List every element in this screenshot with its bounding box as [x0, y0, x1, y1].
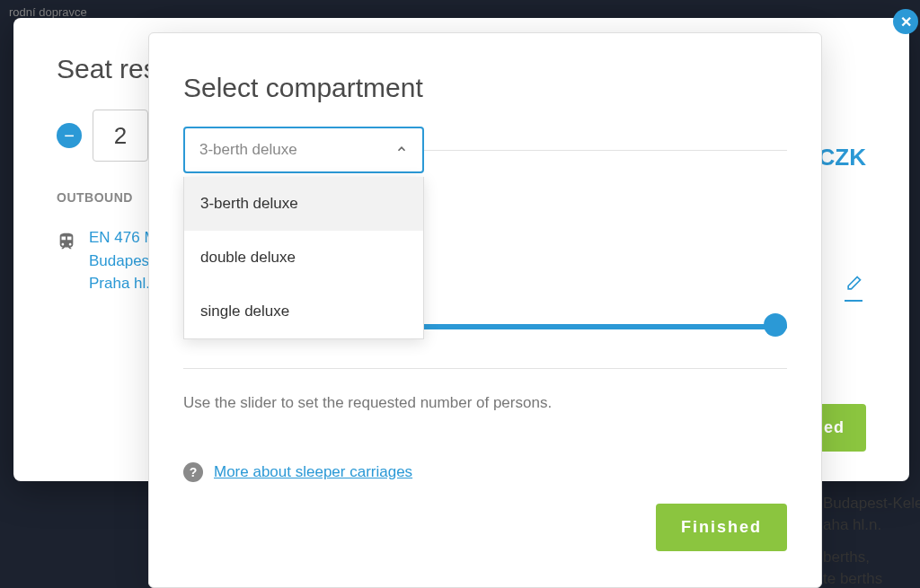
slider-hint-text: Use the slider to set the requested numb… — [183, 394, 787, 412]
compartment-select-display[interactable]: 3-berth deluxe — [183, 127, 424, 173]
train-icon — [57, 230, 76, 259]
compartment-dropdown-list: 3-berth deluxe double deluxe single delu… — [183, 177, 424, 339]
bg-text-fragment-2: aha hl.n. — [823, 513, 920, 537]
compartment-select-value: 3-berth deluxe — [199, 141, 297, 159]
divider — [183, 368, 787, 369]
help-row: ? More about sleeper carriages — [183, 462, 787, 482]
edit-leg-button[interactable] — [845, 275, 862, 302]
sleeper-carriages-link[interactable]: More about sleeper carriages — [214, 463, 412, 481]
slider-thumb[interactable] — [764, 313, 787, 337]
dropdown-option-3berth[interactable]: 3-berth deluxe — [184, 177, 423, 231]
close-modal-button[interactable]: ✕ — [893, 9, 918, 34]
chevron-up-icon — [395, 143, 408, 158]
passenger-count-input[interactable] — [93, 110, 148, 162]
divider — [424, 150, 787, 151]
outer-finished-label: ed — [824, 418, 845, 436]
help-icon[interactable]: ? — [183, 462, 203, 482]
bg-text-fragment-4: te berths — [823, 567, 920, 588]
select-compartment-modal: Select compartment 3-berth deluxe 3-bert… — [148, 32, 822, 588]
dropdown-option-single[interactable]: single deluxe — [184, 285, 423, 338]
bg-text-fragment-3: berths, — [823, 546, 920, 569]
decrement-button[interactable]: − — [57, 123, 82, 148]
compartment-select: 3-berth deluxe 3-berth deluxe double del… — [183, 127, 424, 173]
finished-label: Finished — [681, 518, 762, 536]
inner-modal-title: Select compartment — [183, 73, 787, 103]
dropdown-option-double[interactable]: double deluxe — [184, 231, 423, 285]
bg-text-fragment-1: Budapest-Kele — [823, 492, 920, 515]
close-icon: ✕ — [900, 13, 912, 31]
bg-header-text: rodní dopravce — [9, 5, 87, 19]
finished-button[interactable]: Finished — [656, 504, 787, 551]
